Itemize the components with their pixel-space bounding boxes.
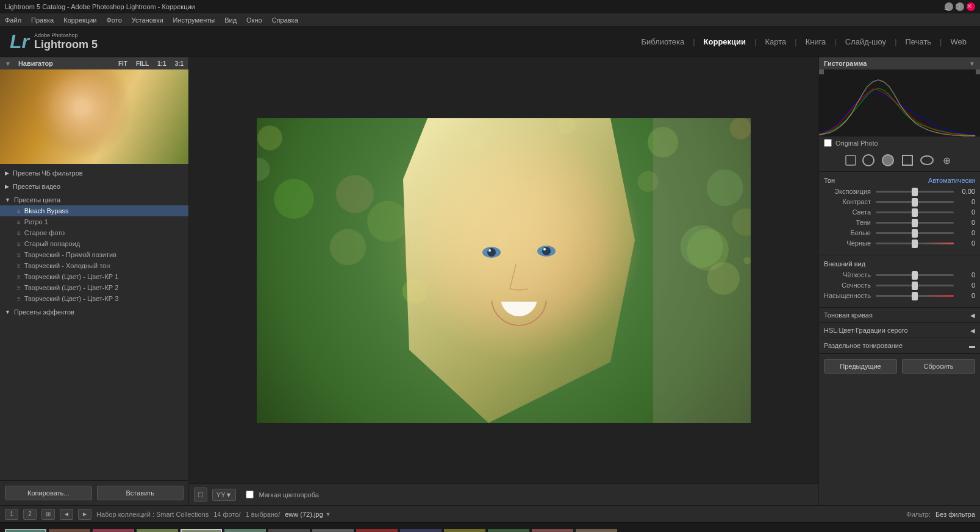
menu-file[interactable]: Файл xyxy=(5,16,21,24)
vibrance-thumb[interactable] xyxy=(912,282,918,290)
saturation-slider[interactable] xyxy=(876,295,954,297)
shadows-thumb[interactable] xyxy=(912,219,918,227)
prev-button[interactable]: Предыдущие xyxy=(824,359,897,374)
tone-auto-button[interactable]: Автоматически xyxy=(928,177,975,184)
preset-group-effects-header[interactable]: ▼ Пресеты эффектов xyxy=(0,307,188,317)
filmstrip-thumb-8[interactable] xyxy=(312,529,354,533)
module-book[interactable]: Книга xyxy=(802,35,830,49)
view-mode-single[interactable]: □ xyxy=(194,488,207,502)
contrast-thumb[interactable] xyxy=(912,198,918,207)
module-print[interactable]: Печать xyxy=(902,35,935,49)
spot-heal-tool[interactable] xyxy=(861,153,876,168)
blacks-slider[interactable] xyxy=(876,243,954,244)
shadows-slider[interactable] xyxy=(876,222,954,224)
preset-group-color-header[interactable]: ▼ Пресеты цвета xyxy=(0,194,188,205)
histogram-collapse-icon[interactable]: ▼ xyxy=(969,60,975,67)
hsl-header[interactable]: HSL / Цвет / Градации серого ◀ xyxy=(819,323,980,338)
filmstrip-thumb-4[interactable] xyxy=(137,529,178,533)
menu-corrections[interactable]: Коррекции xyxy=(63,16,96,24)
grid-view-button[interactable]: ⊞ xyxy=(41,509,55,520)
zoom-fit[interactable]: FIT xyxy=(118,60,127,67)
whites-slider[interactable] xyxy=(876,232,954,234)
page1-button[interactable]: 1 xyxy=(5,509,18,520)
module-slideshow[interactable]: Слайд-шоу xyxy=(842,35,890,49)
split-toning-header[interactable]: Раздельное тонирование ▬ xyxy=(819,338,980,353)
clarity-slider[interactable] xyxy=(876,274,954,276)
menu-help[interactable]: Справка xyxy=(272,16,298,24)
split-toning-collapse[interactable]: ▬ xyxy=(969,342,975,349)
adjustment-brush[interactable]: ⊕ xyxy=(939,153,954,168)
contrast-slider[interactable] xyxy=(876,201,954,203)
filmstrip-thumb-7[interactable] xyxy=(268,529,310,533)
filmstrip-thumb-6[interactable] xyxy=(224,529,266,533)
preset-item-polaroid[interactable]: ≡ Старый полароид xyxy=(0,238,188,249)
filmstrip-thumb-5[interactable] xyxy=(181,529,222,533)
preset-item-creative-direct[interactable]: ≡ Творческий - Прямой позитив xyxy=(0,249,188,260)
zoom-fill[interactable]: FILL xyxy=(136,60,149,67)
filmstrip-thumb-10[interactable] xyxy=(400,529,442,533)
preset-group-video-header[interactable]: ▶ Пресеты видео xyxy=(0,181,188,192)
page2-button[interactable]: 2 xyxy=(23,509,37,520)
whites-thumb[interactable] xyxy=(912,229,918,238)
menu-photo[interactable]: Фото xyxy=(107,16,122,24)
preset-item-color-kp2[interactable]: ≡ Творческий (Цвет) - Цвет-КР 2 xyxy=(0,282,188,293)
graduated-filter[interactable] xyxy=(900,153,915,168)
preset-item-creative-cold[interactable]: ≡ Творческий - Холодный тон xyxy=(0,260,188,271)
filmstrip-thumb-2[interactable] xyxy=(49,529,90,533)
maximize-button[interactable]: □ xyxy=(956,2,964,11)
preset-item-color-kp3[interactable]: ≡ Творческий (Цвет) - Цвет-КР 3 xyxy=(0,293,188,304)
titlebar-text: Lightroom 5 Catalog - Adobe Photoshop Li… xyxy=(5,3,195,10)
close-button[interactable]: ✕ xyxy=(967,2,975,11)
hsl-collapse[interactable]: ◀ xyxy=(970,327,975,334)
filmstrip-thumb-13[interactable] xyxy=(532,529,573,533)
radial-filter[interactable] xyxy=(920,153,934,168)
preset-item-color-kp1[interactable]: ≡ Творческий (Цвет) - Цвет-КР 1 xyxy=(0,271,188,282)
navigator-collapse-icon[interactable]: ▼ xyxy=(5,60,11,67)
module-map[interactable]: Карта xyxy=(761,35,790,49)
menu-tools[interactable]: Инструменты xyxy=(173,16,215,24)
minimize-button[interactable]: _ xyxy=(945,2,953,11)
crop-tool[interactable] xyxy=(845,155,856,166)
softproof-checkbox[interactable] xyxy=(246,491,254,498)
preset-item-old-photo[interactable]: ≡ Старое фото xyxy=(0,227,188,238)
blacks-thumb[interactable] xyxy=(912,239,918,248)
copy-button[interactable]: Копировать... xyxy=(5,486,92,500)
filmstrip-thumb-3[interactable] xyxy=(93,529,134,533)
paste-button[interactable]: Вставить xyxy=(97,486,184,500)
preset-item-retro1[interactable]: ≡ Ретро 1 xyxy=(0,216,188,227)
filmstrip-thumb-1[interactable] xyxy=(5,529,46,533)
filmstrip-thumb-12[interactable] xyxy=(488,529,529,533)
next-photo-button[interactable]: ► xyxy=(78,509,91,520)
module-library[interactable]: Библиотека xyxy=(638,35,689,49)
filmstrip-thumb-11[interactable] xyxy=(444,529,485,533)
menu-edit[interactable]: Правка xyxy=(31,16,54,24)
menu-view[interactable]: Вид xyxy=(224,16,237,24)
module-web[interactable]: Web xyxy=(947,35,971,49)
module-develop[interactable]: Коррекции xyxy=(700,35,749,49)
vibrance-slider[interactable] xyxy=(876,285,954,286)
menu-window[interactable]: Окно xyxy=(246,16,262,24)
preset-item-bleach-bypass[interactable]: ≡ Bleach Bypass xyxy=(0,205,188,216)
saturation-thumb[interactable] xyxy=(912,292,918,300)
tone-curve-header[interactable]: Тоновая кривая ◀ xyxy=(819,308,980,322)
clarity-thumb[interactable] xyxy=(912,271,918,280)
view-mode-compare[interactable]: YY▼ xyxy=(212,489,237,501)
preset-group-bw-header[interactable]: ▶ Пресеты ЧБ фильтров xyxy=(0,168,188,179)
exposure-slider[interactable] xyxy=(876,191,954,193)
menu-settings[interactable]: Установки xyxy=(132,16,163,24)
zoom-3to1[interactable]: 3:1 xyxy=(175,60,184,67)
original-photo-checkbox[interactable] xyxy=(824,139,832,147)
tone-curve-collapse[interactable]: ◀ xyxy=(970,312,975,319)
lights-thumb[interactable] xyxy=(912,208,918,217)
filename-dropdown-arrow[interactable]: ▼ xyxy=(326,511,331,517)
exposure-thumb[interactable] xyxy=(912,188,918,196)
prev-photo-button[interactable]: ◄ xyxy=(60,509,73,520)
filename-dropdown[interactable]: eww (72).jpg ▼ xyxy=(285,511,331,518)
filmstrip-thumb-14[interactable] xyxy=(576,529,617,533)
zoom-1to1[interactable]: 1:1 xyxy=(157,60,166,67)
filmstrip-thumb-9[interactable] xyxy=(356,529,398,533)
lights-slider[interactable] xyxy=(876,211,954,213)
redeye-tool[interactable] xyxy=(881,153,895,168)
reset-button[interactable]: Сбросить xyxy=(902,359,975,374)
presets-panel[interactable]: ▶ Пресеты ЧБ фильтров ▶ Пресеты видео ▼ … xyxy=(0,164,188,480)
